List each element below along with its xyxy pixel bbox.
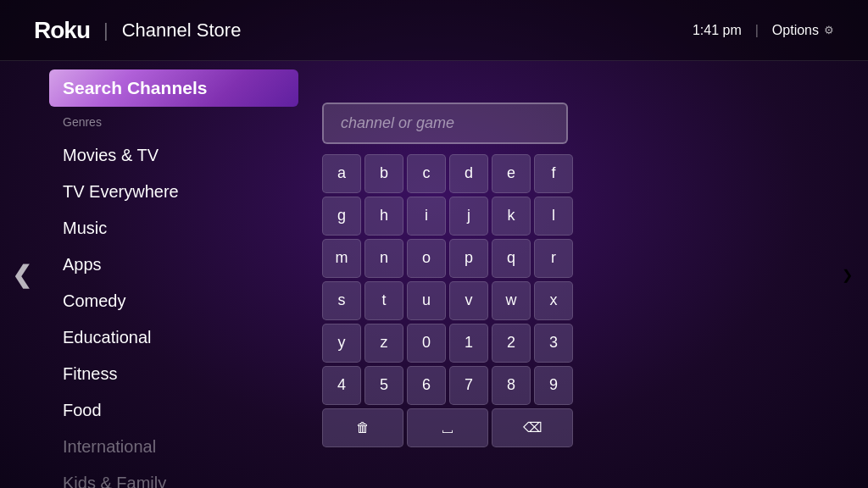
sidebar-item-fitness[interactable]: Fitness [49,356,298,392]
header-divider2: | [755,23,759,38]
key-m[interactable]: m [322,239,361,278]
keyboard-special-row: 🗑 ⎵ ⌫ [322,408,573,447]
options-label: Options [772,23,819,38]
key-n[interactable]: n [364,239,403,278]
sidebar-item-search-channels[interactable]: Search Channels [49,69,298,107]
sidebar-item-educational[interactable]: Educational [49,319,298,356]
key-c[interactable]: c [407,154,446,193]
sidebar-item-comedy[interactable]: Comedy [49,283,298,319]
key-x[interactable]: x [534,281,573,320]
keyboard-row-4: s t u v w x [322,281,573,320]
key-y[interactable]: y [322,324,361,363]
search-input[interactable]: channel or game [322,103,568,144]
sidebar-item-international[interactable]: International [49,429,298,465]
keyboard-row-3: m n o p q r [322,239,573,278]
header-divider: | [103,19,108,42]
key-a[interactable]: a [322,154,361,193]
backspace-icon: ⌫ [523,419,542,435]
keyboard-row-5: y z 0 1 2 3 [322,324,573,363]
genres-label: Genres [42,110,305,134]
key-0[interactable]: 0 [407,324,446,363]
right-chevron-icon: ❯ [842,267,853,283]
key-v[interactable]: v [449,281,488,320]
keyboard-row-6: 4 5 6 7 8 9 [322,366,573,405]
keyboard-row-1: a b c d e f [322,154,573,193]
search-channels-label: Search Channels [63,78,207,97]
key-s[interactable]: s [322,281,361,320]
keyboard-panel: channel or game a b c d e f g h i j k l [305,86,826,464]
delete-icon: 🗑 [356,420,370,435]
key-z[interactable]: z [364,324,403,363]
key-2[interactable]: 2 [492,324,531,363]
key-e[interactable]: e [492,154,531,193]
keyboard-row-2: g h i j k l [322,197,573,236]
key-q[interactable]: q [492,239,531,278]
backspace-key[interactable]: ⌫ [492,408,573,447]
keyboard-grid: a b c d e f g h i j k l m n o p [322,154,573,447]
sidebar-item-apps[interactable]: Apps [49,247,298,283]
key-j[interactable]: j [449,197,488,236]
key-3[interactable]: 3 [534,324,573,363]
key-h[interactable]: h [364,197,403,236]
sidebar-item-kids-family[interactable]: Kids & Family [49,465,298,488]
key-8[interactable]: 8 [492,366,531,405]
key-7[interactable]: 7 [449,366,488,405]
delete-key[interactable]: 🗑 [322,408,403,447]
time-display: 1:41 pm [693,23,742,38]
key-1[interactable]: 1 [449,324,488,363]
space-icon: ⎵ [442,418,453,437]
key-f[interactable]: f [534,154,573,193]
key-w[interactable]: w [492,281,531,320]
space-key[interactable]: ⎵ [407,408,488,447]
right-nav-arrow[interactable]: ❯ [826,61,868,488]
key-r[interactable]: r [534,239,573,278]
key-p[interactable]: p [449,239,488,278]
sidebar-item-tv-everywhere[interactable]: TV Everywhere [49,174,298,210]
key-4[interactable]: 4 [322,366,361,405]
key-t[interactable]: t [364,281,403,320]
sidebar: Search Channels Genres Movies & TV TV Ev… [42,61,305,488]
key-i[interactable]: i [407,197,446,236]
key-b[interactable]: b [364,154,403,193]
key-d[interactable]: d [449,154,488,193]
key-k[interactable]: k [492,197,531,236]
main-content: ❮ Search Channels Genres Movies & TV TV … [0,61,868,488]
key-l[interactable]: l [534,197,573,236]
key-g[interactable]: g [322,197,361,236]
key-9[interactable]: 9 [534,366,573,405]
header-title: Channel Store [122,19,242,42]
roku-logo: Roku [34,17,90,44]
sidebar-item-movies-tv[interactable]: Movies & TV [49,137,298,174]
left-chevron-icon: ❮ [12,261,31,289]
logo-area: Roku | Channel Store [34,17,241,44]
sidebar-item-music[interactable]: Music [49,210,298,247]
left-nav-arrow[interactable]: ❮ [0,61,42,488]
key-u[interactable]: u [407,281,446,320]
header-right: 1:41 pm | Options ⚙ [693,23,834,38]
key-o[interactable]: o [407,239,446,278]
options-button[interactable]: Options ⚙ [772,23,834,38]
sidebar-item-food[interactable]: Food [49,392,298,429]
key-6[interactable]: 6 [407,366,446,405]
options-icon: ⚙ [824,24,834,36]
header: Roku | Channel Store 1:41 pm | Options ⚙ [0,0,868,61]
key-5[interactable]: 5 [364,366,403,405]
